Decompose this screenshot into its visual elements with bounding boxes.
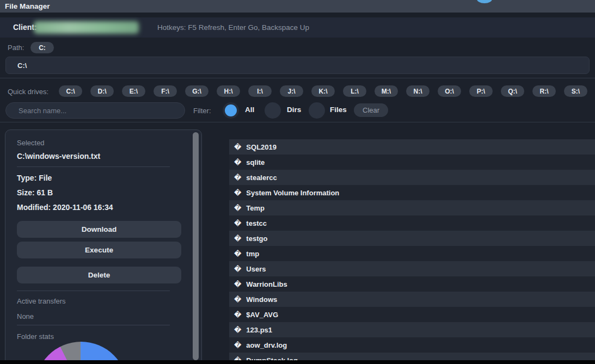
drive-chip[interactable]: D:\	[90, 85, 114, 97]
drive-chip[interactable]: L:\	[343, 85, 366, 97]
file-row[interactable]: � WarrionLibs	[229, 276, 595, 292]
path-input[interactable]	[5, 57, 590, 74]
filter-label: Filter:	[193, 107, 211, 115]
drive-chip[interactable]: K:\	[311, 85, 335, 97]
file-name: SQL2019	[246, 143, 277, 151]
unknown-glyph-icon: �	[234, 144, 241, 151]
file-row[interactable]: � sqlite	[229, 155, 595, 170]
quick-drives-label: Quick drives:	[8, 88, 48, 96]
file-name: Users	[246, 265, 266, 273]
unknown-glyph-icon: �	[234, 266, 241, 273]
file-size: Size: 61 B	[17, 188, 53, 197]
file-name: testgo	[246, 235, 267, 243]
hotkeys-hint: Hotkeys: F5 Refresh, Enter Go, Backspace…	[157, 23, 309, 32]
unknown-glyph-icon: �	[234, 250, 241, 257]
file-name: tmp	[246, 250, 259, 258]
file-name: 123.ps1	[246, 326, 272, 334]
divider	[17, 325, 170, 325]
drive-chip[interactable]: N:\	[406, 85, 430, 97]
execute-button[interactable]: Execute	[17, 242, 181, 258]
unknown-glyph-icon: �	[234, 326, 241, 334]
client-bar: Client: Hotkeys: F5 Refresh, Enter Go, B…	[0, 17, 595, 38]
file-name: Temp	[246, 204, 265, 212]
unknown-glyph-icon: �	[234, 205, 241, 212]
file-row[interactable]: � Windows	[229, 292, 595, 307]
file-row[interactable]: � $AV_AVG	[229, 307, 595, 322]
file-name: testcc	[246, 219, 267, 227]
active-transfers-value: None	[17, 312, 34, 320]
file-row[interactable]: � tmp	[229, 246, 595, 261]
unknown-glyph-icon: �	[234, 220, 241, 227]
drive-chip[interactable]: J:\	[280, 85, 303, 97]
clear-filter-button[interactable]: Clear	[354, 103, 388, 117]
drive-chip[interactable]: P:\	[469, 85, 493, 97]
file-row[interactable]: � System Volume Information	[229, 185, 595, 200]
window-title: File Manager	[0, 0, 595, 13]
breadcrumb-drive-chip[interactable]: C:	[30, 42, 54, 53]
file-row[interactable]: � SQL2019	[229, 139, 595, 155]
file-row[interactable]: � Temp	[229, 200, 595, 215]
drive-chip[interactable]: C:\	[59, 85, 82, 97]
filter-radio-all[interactable]	[223, 102, 239, 119]
file-row[interactable]: � stealercc	[229, 170, 595, 185]
drive-chip[interactable]: Q:\	[501, 85, 524, 97]
drive-chip[interactable]: F:\	[154, 85, 177, 97]
unknown-glyph-icon: �	[234, 342, 241, 349]
quick-drives-row: C:\ D:\ E:\ F:\ G:\ H:\ I:\ J:\ K:\ L:\ …	[59, 85, 587, 97]
bottom-letterbox	[0, 360, 595, 364]
divider	[17, 291, 170, 291]
drive-chip[interactable]: O:\	[438, 85, 461, 97]
file-name: sqlite	[246, 158, 265, 166]
file-type: Type: File	[17, 174, 52, 182]
divider	[0, 122, 595, 122]
title-bar: File Manager	[0, 0, 595, 13]
drive-chip[interactable]: I:\	[248, 85, 272, 97]
file-row[interactable]: � Users	[229, 261, 595, 276]
filter-label-files[interactable]: Files	[330, 106, 347, 114]
drive-chip[interactable]: M:\	[375, 85, 398, 97]
title-gap	[0, 13, 595, 17]
file-list: � SQL2019 � sqlite � stealercc � System …	[229, 139, 595, 364]
path-label: Path:	[8, 44, 24, 52]
selected-path: C:\windows-version.txt	[17, 152, 100, 161]
file-row[interactable]: � testcc	[229, 215, 595, 231]
unknown-glyph-icon: �	[234, 159, 241, 166]
file-name: WarrionLibs	[246, 280, 287, 288]
sidebar-scrollbar[interactable]	[193, 132, 199, 360]
drive-chip[interactable]: E:\	[122, 85, 145, 97]
drive-chip[interactable]: S:\	[564, 85, 587, 97]
drive-chip[interactable]: G:\	[185, 85, 208, 97]
folder-stats-label: Folder stats	[17, 332, 54, 341]
drive-chip[interactable]: H:\	[217, 85, 240, 97]
unknown-glyph-icon: �	[234, 235, 241, 242]
file-modified: Modified: 2020-11-06 16:34	[17, 203, 113, 212]
file-name: $AV_AVG	[246, 311, 278, 319]
file-row[interactable]: � aow_drv.log	[229, 337, 595, 353]
client-id-redacted	[34, 21, 139, 34]
file-name: Windows	[246, 295, 277, 304]
filter-label-dirs[interactable]: Dirs	[287, 106, 301, 114]
details-panel: Selected C:\windows-version.txt Type: Fi…	[5, 129, 202, 364]
file-name: System Volume Information	[246, 189, 339, 197]
unknown-glyph-icon: �	[234, 174, 241, 181]
file-name: stealercc	[246, 174, 277, 182]
unknown-glyph-icon: �	[234, 296, 241, 303]
delete-button[interactable]: Delete	[17, 267, 181, 283]
filter-radio-files[interactable]	[309, 102, 325, 119]
selected-label: Selected	[17, 139, 45, 147]
unknown-glyph-icon: �	[234, 281, 241, 288]
drive-chip[interactable]: R:\	[532, 85, 556, 97]
unknown-glyph-icon: �	[234, 311, 241, 318]
search-input[interactable]	[5, 102, 185, 119]
file-row[interactable]: � 123.ps1	[229, 322, 595, 337]
divider	[17, 166, 170, 167]
file-name: aow_drv.log	[246, 341, 287, 349]
filter-label-all[interactable]: All	[245, 106, 254, 114]
filter-radio-dirs[interactable]	[265, 102, 281, 119]
divider	[0, 78, 595, 78]
file-row[interactable]: � testgo	[229, 231, 595, 246]
unknown-glyph-icon: �	[234, 189, 241, 196]
active-transfers-label: Active transfers	[17, 297, 66, 305]
download-button[interactable]: Download	[17, 221, 181, 238]
